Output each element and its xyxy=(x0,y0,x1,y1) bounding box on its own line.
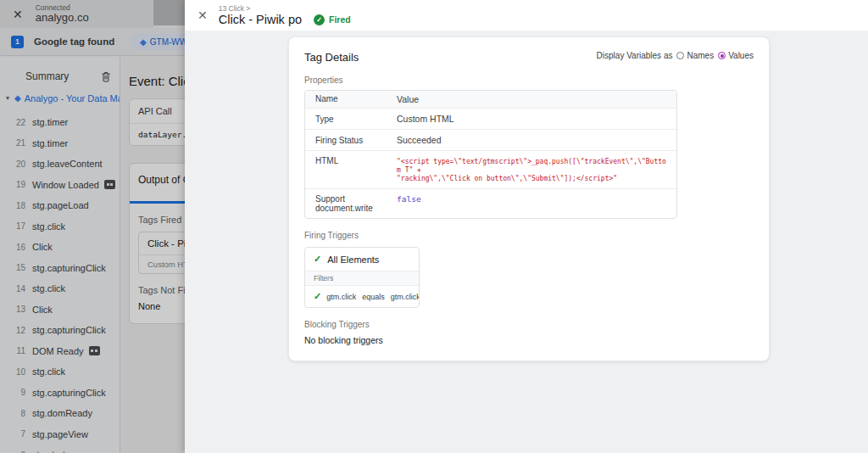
properties-table: Name Value Type Custom HTML Firing Statu… xyxy=(304,90,677,219)
status-badge: ✓ Fired xyxy=(314,14,351,25)
filter-operator: equals xyxy=(362,293,385,301)
card-title: Tag Details xyxy=(304,51,359,64)
check-icon: ✓ xyxy=(314,291,321,302)
table-header-row: Name Value xyxy=(305,91,676,108)
firing-triggers-label: Firing Triggers xyxy=(304,231,754,240)
prop-name: Firing Status xyxy=(315,136,397,145)
properties-label: Properties xyxy=(304,76,754,85)
table-row: Support document.write false xyxy=(305,188,676,218)
tag-detail-panel: ✕ 13 Click > Click - Piwik po ✓ Fired Ta… xyxy=(185,0,868,453)
tag-title: Click - Piwik po xyxy=(219,13,302,26)
check-icon: ✓ xyxy=(314,254,321,265)
prop-name: Support document.write xyxy=(315,194,397,213)
prop-name: Type xyxy=(315,115,397,124)
check-circle-icon: ✓ xyxy=(314,14,325,25)
table-row: Firing Status Succeeded xyxy=(305,129,676,150)
filter-left: gtm.click xyxy=(326,293,356,301)
prop-value-html-code: "<script type=\"text/gtmscript\">_paq.pu… xyxy=(397,158,666,183)
trigger-name-row[interactable]: ✓ All Elements xyxy=(305,248,419,271)
tag-assistant-background: ✕ Connected analygo.co 1 Google tag foun… xyxy=(0,0,185,453)
firing-trigger-card: ✓ All Elements Filters ✓ gtm.click equal… xyxy=(304,247,420,308)
blocking-triggers-label: Blocking Triggers xyxy=(304,320,754,329)
display-variables-control: Display Variables as Names Values xyxy=(597,51,754,60)
breadcrumb[interactable]: 13 Click > xyxy=(219,4,351,13)
radio-option-values[interactable]: Values xyxy=(718,51,754,60)
prop-value: Custom HTML xyxy=(397,114,666,124)
display-variables-label: Display Variables as xyxy=(597,51,673,60)
filter-condition-row: ✓ gtm.click equals gtm.click xyxy=(305,286,419,307)
prop-value: Succeeded xyxy=(397,135,666,145)
column-name: Name xyxy=(315,94,397,104)
modal-scrim[interactable] xyxy=(0,0,185,453)
radio-icon-names[interactable] xyxy=(676,52,684,59)
prop-value-boolean: false xyxy=(397,194,666,204)
tag-detail-header: ✕ 13 Click > Click - Piwik po ✓ Fired xyxy=(185,0,868,31)
status-text: Fired xyxy=(329,14,351,25)
table-row: HTML "<script type=\"text/gtmscript\">_p… xyxy=(305,150,676,188)
radio-icon-values[interactable] xyxy=(718,52,726,59)
filters-label: Filters xyxy=(305,271,419,286)
prop-name: HTML xyxy=(315,156,397,165)
radio-label-values: Values xyxy=(728,51,754,60)
radio-label-names: Names xyxy=(687,51,714,60)
table-row: Type Custom HTML xyxy=(305,108,676,129)
close-detail-icon[interactable]: ✕ xyxy=(198,8,208,22)
no-blocking-triggers-text: No blocking triggers xyxy=(304,335,754,345)
trigger-name: All Elements xyxy=(327,254,379,265)
radio-option-names[interactable]: Names xyxy=(676,51,714,60)
filter-right: gtm.click xyxy=(391,293,420,301)
tag-details-card: Tag Details Display Variables as Names V… xyxy=(288,36,770,361)
column-value: Value xyxy=(397,94,666,104)
